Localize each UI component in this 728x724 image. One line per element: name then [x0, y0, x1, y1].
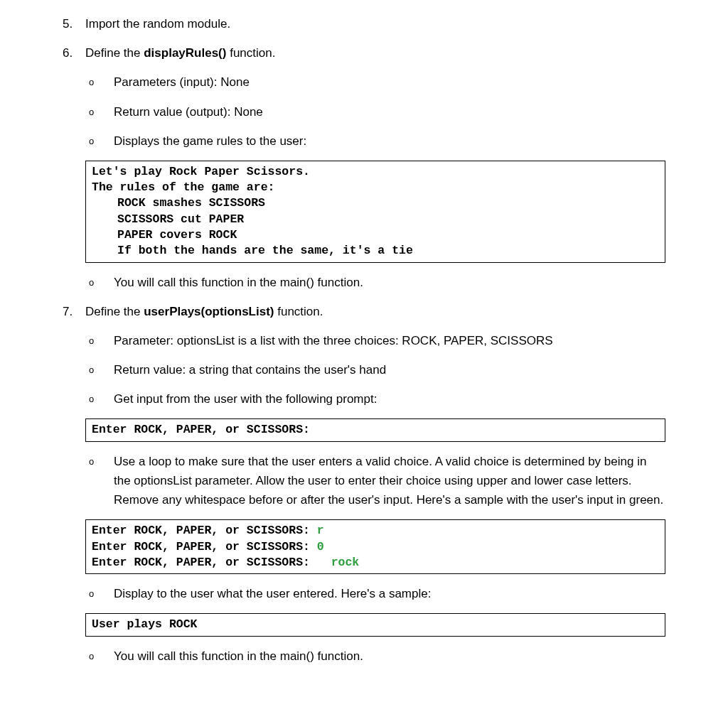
- sub-item: o Parameters (input): None: [85, 72, 665, 92]
- user-input: 0: [317, 540, 324, 553]
- code-line: Enter ROCK, PAPER, or SCISSORS: 0: [92, 539, 659, 555]
- code-line: SCISSORS cut PAPER: [92, 212, 659, 227]
- code-text: If both the hands are the same, it's a t…: [117, 244, 413, 257]
- bullet-icon: o: [89, 587, 94, 602]
- user-input: r: [317, 524, 324, 537]
- sub-text: You will call this function in the main(…: [114, 649, 363, 663]
- sub-item: o Get input from the user with the follo…: [85, 389, 665, 409]
- item-marker: 6.: [63, 43, 73, 63]
- bullet-icon: o: [89, 455, 94, 470]
- sub-list: o You will call this function in the mai…: [85, 647, 665, 666]
- sub-text: Return value: a string that contains the…: [114, 363, 386, 377]
- sub-item: o Parameter: optionsList is a list with …: [85, 331, 665, 350]
- item-text-bold: displayRules(): [144, 46, 226, 60]
- sub-text: Display to the user what the user entere…: [114, 587, 431, 600]
- code-prompt: Enter ROCK, PAPER, or SCISSORS:: [92, 540, 317, 553]
- sub-text: Return value (output): None: [114, 105, 263, 119]
- code-line: User plays ROCK: [92, 617, 659, 632]
- bullet-icon: o: [89, 105, 94, 120]
- sub-text: You will call this function in the main(…: [114, 276, 363, 289]
- code-line: Let's play Rock Paper Scissors.: [92, 164, 659, 180]
- sub-item: o Display to the user what the user ente…: [85, 584, 665, 603]
- sub-list: o Display to the user what the user ente…: [85, 584, 665, 603]
- sub-item: o You will call this function in the mai…: [85, 647, 665, 666]
- code-line: Enter ROCK, PAPER, or SCISSORS:: [92, 422, 659, 438]
- sub-item: o Return value (output): None: [85, 102, 665, 121]
- bullet-icon: o: [89, 276, 94, 291]
- code-line: ROCK smashes SCISSORS: [92, 195, 659, 211]
- code-line: The rules of the game are:: [92, 180, 659, 195]
- bullet-icon: o: [89, 363, 94, 378]
- code-box-rules: Let's play Rock Paper Scissors.The rules…: [85, 161, 665, 263]
- instruction-list: 5. Import the random module. 6. Define t…: [63, 14, 665, 666]
- code-line: Enter ROCK, PAPER, or SCISSORS: r: [92, 523, 659, 539]
- code-line: PAPER covers ROCK: [92, 227, 659, 243]
- item-marker: 5.: [63, 14, 73, 33]
- sub-text: Use a loop to make sure that the user en…: [114, 455, 663, 507]
- bullet-icon: o: [89, 334, 94, 349]
- item-marker: 7.: [63, 302, 73, 321]
- sub-item: o Return value: a string that contains t…: [85, 360, 665, 379]
- code-prompt: Enter ROCK, PAPER, or SCISSORS:: [92, 524, 317, 537]
- bullet-icon: o: [89, 134, 94, 149]
- item-text-prefix: Define the: [85, 305, 144, 318]
- code-box-sample-input: Enter ROCK, PAPER, or SCISSORS: rEnter R…: [85, 519, 665, 574]
- code-text: PAPER covers ROCK: [117, 228, 237, 242]
- sub-list: o You will call this function in the mai…: [85, 273, 665, 292]
- list-item-7: 7. Define the userPlays(optionsList) fun…: [63, 302, 665, 666]
- sub-list: o Use a loop to make sure that the user …: [85, 452, 665, 510]
- code-text: SCISSORS cut PAPER: [117, 212, 244, 226]
- sub-item: o Displays the game rules to the user:: [85, 131, 665, 151]
- sub-item: o You will call this function in the mai…: [85, 273, 665, 292]
- code-text: ROCK smashes SCISSORS: [117, 196, 265, 210]
- sub-list: o Parameter: optionsList is a list with …: [85, 331, 665, 409]
- bullet-icon: o: [89, 392, 94, 407]
- code-prompt: Enter ROCK, PAPER, or SCISSORS:: [92, 556, 331, 569]
- bullet-icon: o: [89, 75, 94, 90]
- item-text-suffix: function.: [274, 305, 323, 318]
- sub-text: Parameters (input): None: [114, 75, 250, 89]
- bullet-icon: o: [89, 649, 94, 664]
- sub-item: o Use a loop to make sure that the user …: [85, 452, 665, 510]
- sub-text: Parameter: optionsList is a list with th…: [114, 334, 553, 347]
- code-box-output: User plays ROCK: [85, 613, 665, 636]
- code-line: Enter ROCK, PAPER, or SCISSORS: rock: [92, 555, 659, 571]
- sub-text: Displays the game rules to the user:: [114, 134, 306, 148]
- item-text: Import the random module.: [85, 17, 230, 31]
- sub-text: Get input from the user with the followi…: [114, 392, 377, 406]
- sub-list: o Parameters (input): None o Return valu…: [85, 72, 665, 151]
- item-text-prefix: Define the: [85, 46, 144, 60]
- item-text-suffix: function.: [226, 46, 275, 60]
- list-item-5: 5. Import the random module.: [63, 14, 665, 33]
- code-line: If both the hands are the same, it's a t…: [92, 243, 659, 259]
- list-item-6: 6. Define the displayRules() function. o…: [63, 43, 665, 292]
- user-input: rock: [331, 556, 360, 569]
- code-box-prompt: Enter ROCK, PAPER, or SCISSORS:: [85, 418, 665, 441]
- item-text-bold: userPlays(optionsList): [144, 305, 274, 318]
